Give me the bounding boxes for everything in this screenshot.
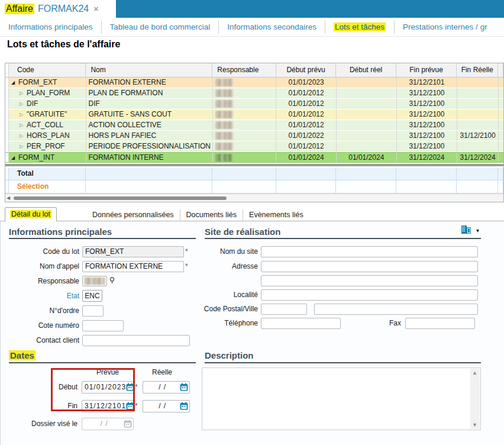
vertical-scrollbar[interactable]: ▲ ▼ [470, 369, 480, 429]
detail-panel: Informations principales Code du lot * N… [0, 221, 504, 445]
localite-field[interactable] [261, 289, 478, 301]
cell-debut-reel [337, 141, 397, 151]
cell-fin-reelle [457, 78, 499, 88]
table-row-plan-form[interactable]: ▷PLAN_FORM PLAN DE FORMATION 01/01/2012 … [5, 88, 503, 99]
expand-closed-icon[interactable]: ▷ [20, 141, 27, 151]
expand-closed-icon[interactable]: ▷ [20, 109, 27, 120]
fax-field[interactable] [405, 318, 475, 329]
redacted-responsable [215, 100, 233, 108]
col-header-debut-prevu[interactable]: Début prévu [276, 63, 337, 77]
contact-client-label: Contact client [1, 336, 79, 344]
cell-fin-reelle [457, 109, 499, 120]
tab-informations-principales[interactable]: Informations principales [0, 21, 102, 34]
cell-fin-prevue: 31/12/2100 [397, 120, 458, 130]
expand-closed-icon[interactable]: ▷ [20, 99, 27, 109]
scroll-left-icon[interactable]: ◀ [7, 195, 10, 201]
cell-code: PLAN_FORM [27, 89, 70, 97]
table-row-per-prof[interactable]: ▷PER_PROF PERIODE PROFESSIONNALISATION 0… [5, 141, 503, 152]
calendar-icon[interactable] [126, 383, 134, 391]
cell-debut-reel [337, 120, 397, 130]
horizontal-scrollbar[interactable]: ◀ [5, 194, 503, 202]
tab-donnees-personnalisees[interactable]: Données personnalisées [86, 209, 180, 220]
section-title-dates: Dates [9, 350, 35, 360]
cell-fin-reelle [457, 141, 499, 151]
scrollbar-thumb[interactable] [14, 196, 227, 200]
calendar-icon[interactable] [180, 402, 188, 410]
col-header-fin-reelle[interactable]: Fin Réelle [457, 63, 498, 77]
fax-label: Fax [341, 319, 401, 327]
description-textarea[interactable]: ▲ ▼ [202, 367, 481, 430]
section-title-site-de-realisation: Site de réalisation [205, 227, 280, 237]
table-row-form-ext[interactable]: ◢FORM_EXT FORMATION EXTERNE 01/01/2023 3… [5, 78, 503, 88]
cell-code: FORM_INT [18, 153, 54, 162]
table-row-form-int-selected[interactable]: ◢FORM_INT FORMATION INTERNE 01/01/2024 0… [5, 152, 503, 163]
calendar-icon[interactable] [180, 383, 188, 391]
table-header-row: Code Nom Responsable Début prévu Début r… [5, 63, 503, 78]
calendar-icon[interactable] [126, 402, 134, 410]
tab-lots-et-taches[interactable]: Lots et tâches [325, 21, 395, 34]
tab-detail-du-lot[interactable]: Détail du lot [5, 207, 57, 221]
cell-debut-prevu: 01/01/2024 [276, 153, 337, 162]
tab-tableau-de-bord-commercial[interactable]: Tableau de bord commercial [102, 21, 219, 34]
fin-prevue-field[interactable]: 31/12/2101 [82, 400, 134, 412]
scroll-up-icon[interactable]: ▲ [472, 370, 477, 376]
telephone-field[interactable] [261, 318, 341, 329]
cell-code: DIF [27, 99, 38, 108]
redacted-responsable [215, 79, 233, 86]
cell-debut-prevu: 01/01/2012 [276, 141, 337, 151]
code-postal-ville-label: Code Postal/Ville [1, 305, 258, 313]
fin-reelle-field[interactable]: / / [143, 400, 190, 412]
nom-du-site-field[interactable] [261, 246, 478, 257]
redacted-responsable [215, 143, 233, 150]
site-picker-button[interactable]: ▾ [461, 225, 479, 236]
tab-informations-secondaires[interactable]: Informations secondaires [219, 21, 325, 34]
document-title: FORMAK24 [38, 4, 89, 14]
expand-open-icon[interactable]: ◢ [11, 78, 18, 88]
debut-reelle-field[interactable]: / / [143, 381, 190, 394]
table-row-gratuite[interactable]: ▷"GRATUITE" GRATUITE - SANS COUT 01/01/2… [5, 109, 503, 120]
adresse-field[interactable] [261, 261, 478, 272]
table-row-hors-plan[interactable]: ▷HORS_PLAN HORS PLAN FAFIEC 01/01/2022 3… [5, 131, 503, 141]
cell-fin-prevue: 31/12/2100 [397, 131, 458, 141]
contact-client-field[interactable] [82, 335, 190, 346]
table-row-dif[interactable]: ▷DIF DIF 01/01/2012 31/12/2100 [5, 99, 503, 109]
cell-fin-prevue: 31/12/2024 [397, 153, 458, 162]
debut-prevue-field[interactable]: 01/01/2023 [82, 381, 134, 394]
telephone-label: Téléphone [1, 319, 258, 327]
close-icon[interactable]: × [93, 4, 98, 14]
cell-nom: FORMATION INTERNE [86, 153, 213, 162]
redacted-responsable [215, 132, 233, 140]
cell-nom: FORMATION EXTERNE [86, 78, 213, 88]
col-header-nom[interactable]: Nom [86, 63, 212, 77]
adresse2-field[interactable] [261, 275, 478, 286]
scroll-down-icon[interactable]: ▼ [472, 422, 477, 428]
cell-fin-reelle: 31/12/2100 [457, 131, 499, 141]
selection-row: Sélection [5, 180, 503, 194]
tab-evenements-lies[interactable]: Evènements liés [243, 209, 309, 220]
expand-closed-icon[interactable]: ▷ [20, 131, 27, 141]
table-row-act-coll[interactable]: ▷ACT_COLL ACTION COLLECTIVE 01/01/2012 3… [5, 120, 503, 131]
col-header-fin-prevue[interactable]: Fin prévue [396, 63, 457, 77]
lots-table: Code Nom Responsable Début prévu Début r… [5, 63, 504, 202]
col-header-responsable[interactable]: Responsable [212, 63, 276, 77]
nom-du-site-label: Nom du site [1, 247, 258, 256]
cell-debut-prevu: 01/01/2012 [276, 109, 337, 120]
cell-fin-prevue: 31/12/2100 [397, 141, 458, 151]
tab-documents-lies[interactable]: Documents liés [180, 209, 243, 220]
section-title-description: Description [205, 350, 254, 360]
code-postal-field[interactable] [261, 304, 307, 315]
cell-nom: GRATUITE - SANS COUT [86, 109, 213, 120]
cell-code: "GRATUITE" [27, 110, 67, 118]
ville-field[interactable] [314, 304, 478, 315]
col-header-code[interactable]: Code [9, 63, 86, 77]
cell-code: ACT_COLL [27, 121, 63, 129]
tab-prestations-internes[interactable]: Prestations internes / gr [395, 21, 496, 34]
col-header-debut-reel[interactable]: Début réel [336, 63, 396, 77]
expand-open-icon[interactable]: ◢ [11, 153, 18, 162]
expand-closed-icon[interactable]: ▷ [20, 88, 27, 98]
cell-debut-prevu: 01/01/2022 [276, 131, 337, 141]
redacted-responsable [215, 111, 233, 118]
expand-closed-icon[interactable]: ▷ [20, 120, 27, 130]
cell-fin-reelle [457, 120, 499, 130]
document-tab[interactable]: Affaire FORMAK24 × [0, 0, 116, 18]
